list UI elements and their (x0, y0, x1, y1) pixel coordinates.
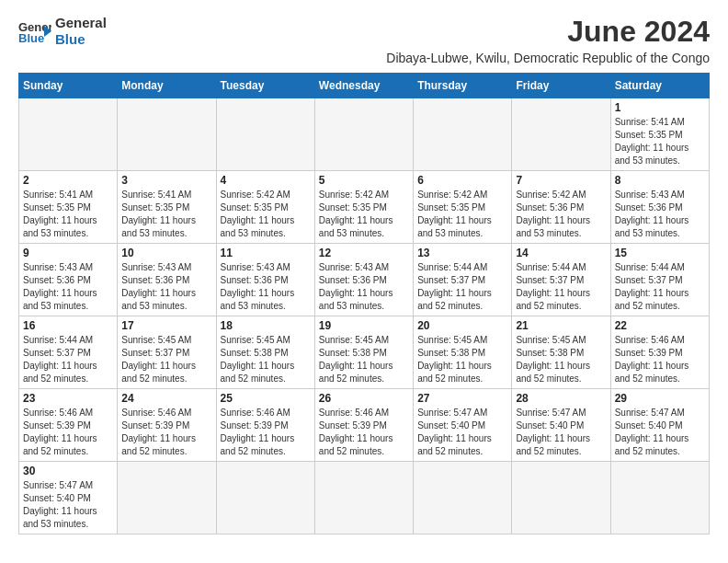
calendar-cell: 21Sunrise: 5:45 AM Sunset: 5:38 PM Dayli… (512, 316, 610, 389)
sun-info: Sunrise: 5:45 AM Sunset: 5:38 PM Dayligh… (417, 334, 507, 385)
day-number: 30 (23, 465, 113, 477)
calendar-cell (118, 462, 216, 534)
sun-info: Sunrise: 5:47 AM Sunset: 5:40 PM Dayligh… (516, 407, 606, 458)
calendar-cell: 20Sunrise: 5:45 AM Sunset: 5:38 PM Dayli… (414, 316, 512, 389)
logo-icon: General Blue (18, 18, 51, 44)
sun-info: Sunrise: 5:41 AM Sunset: 5:35 PM Dayligh… (615, 116, 705, 167)
sun-info: Sunrise: 5:43 AM Sunset: 5:36 PM Dayligh… (23, 261, 113, 313)
day-number: 5 (319, 174, 409, 187)
weekday-header-sunday: Sunday (19, 74, 118, 98)
calendar-cell: 30Sunrise: 5:47 AM Sunset: 5:40 PM Dayli… (19, 462, 118, 534)
calendar-week-row: 2Sunrise: 5:41 AM Sunset: 5:35 PM Daylig… (19, 171, 710, 244)
day-number: 2 (23, 174, 113, 187)
day-number: 19 (319, 319, 409, 332)
day-number: 8 (615, 174, 705, 187)
calendar-cell: 26Sunrise: 5:46 AM Sunset: 5:39 PM Dayli… (314, 389, 413, 462)
calendar-cell (414, 98, 512, 171)
day-number: 7 (516, 174, 606, 187)
weekday-header-saturday: Saturday (610, 74, 709, 98)
calendar-cell (216, 462, 314, 534)
calendar-week-row: 1Sunrise: 5:41 AM Sunset: 5:35 PM Daylig… (19, 98, 710, 171)
day-number: 27 (417, 392, 507, 405)
calendar: SundayMondayTuesdayWednesdayThursdayFrid… (18, 73, 710, 534)
sun-info: Sunrise: 5:46 AM Sunset: 5:39 PM Dayligh… (23, 407, 113, 458)
sun-info: Sunrise: 5:45 AM Sunset: 5:38 PM Dayligh… (516, 334, 606, 385)
day-number: 13 (417, 247, 507, 259)
calendar-cell: 2Sunrise: 5:41 AM Sunset: 5:35 PM Daylig… (19, 171, 118, 244)
sun-info: Sunrise: 5:46 AM Sunset: 5:39 PM Dayligh… (221, 407, 311, 458)
calendar-cell: 29Sunrise: 5:47 AM Sunset: 5:40 PM Dayli… (610, 389, 709, 462)
header: General Blue General Blue June 2024 Diba… (18, 15, 710, 65)
calendar-cell: 17Sunrise: 5:45 AM Sunset: 5:37 PM Dayli… (118, 316, 216, 389)
sun-info: Sunrise: 5:45 AM Sunset: 5:37 PM Dayligh… (121, 334, 211, 385)
sun-info: Sunrise: 5:42 AM Sunset: 5:36 PM Dayligh… (516, 189, 606, 240)
weekday-header-friday: Friday (512, 74, 610, 98)
calendar-cell (512, 98, 610, 171)
sun-info: Sunrise: 5:41 AM Sunset: 5:35 PM Dayligh… (121, 189, 211, 240)
calendar-week-row: 9Sunrise: 5:43 AM Sunset: 5:36 PM Daylig… (19, 244, 710, 316)
day-number: 16 (23, 319, 113, 332)
sun-info: Sunrise: 5:45 AM Sunset: 5:38 PM Dayligh… (221, 334, 311, 385)
day-number: 29 (615, 392, 705, 405)
day-number: 15 (615, 247, 705, 259)
day-number: 1 (615, 101, 705, 114)
calendar-cell: 19Sunrise: 5:45 AM Sunset: 5:38 PM Dayli… (314, 316, 413, 389)
calendar-cell: 16Sunrise: 5:44 AM Sunset: 5:37 PM Dayli… (19, 316, 118, 389)
calendar-cell: 25Sunrise: 5:46 AM Sunset: 5:39 PM Dayli… (216, 389, 314, 462)
sun-info: Sunrise: 5:46 AM Sunset: 5:39 PM Dayligh… (121, 407, 211, 458)
calendar-cell (610, 462, 709, 534)
calendar-cell: 6Sunrise: 5:42 AM Sunset: 5:35 PM Daylig… (414, 171, 512, 244)
calendar-cell (216, 98, 314, 171)
location: Dibaya-Lubwe, Kwilu, Democratic Republic… (386, 51, 710, 65)
calendar-cell: 14Sunrise: 5:44 AM Sunset: 5:37 PM Dayli… (512, 244, 610, 316)
calendar-cell: 18Sunrise: 5:45 AM Sunset: 5:38 PM Dayli… (216, 316, 314, 389)
day-number: 18 (221, 319, 311, 332)
calendar-cell: 9Sunrise: 5:43 AM Sunset: 5:36 PM Daylig… (19, 244, 118, 316)
title-block: June 2024 Dibaya-Lubwe, Kwilu, Democrati… (386, 15, 710, 65)
sun-info: Sunrise: 5:45 AM Sunset: 5:38 PM Dayligh… (319, 334, 409, 385)
calendar-cell: 10Sunrise: 5:43 AM Sunset: 5:36 PM Dayli… (118, 244, 216, 316)
calendar-cell: 12Sunrise: 5:43 AM Sunset: 5:36 PM Dayli… (314, 244, 413, 316)
sun-info: Sunrise: 5:44 AM Sunset: 5:37 PM Dayligh… (417, 261, 507, 313)
day-number: 21 (516, 319, 606, 332)
calendar-cell: 11Sunrise: 5:43 AM Sunset: 5:36 PM Dayli… (216, 244, 314, 316)
day-number: 26 (319, 392, 409, 405)
calendar-week-row: 30Sunrise: 5:47 AM Sunset: 5:40 PM Dayli… (19, 462, 710, 534)
sun-info: Sunrise: 5:42 AM Sunset: 5:35 PM Dayligh… (417, 189, 507, 240)
day-number: 24 (121, 392, 211, 405)
calendar-cell: 5Sunrise: 5:42 AM Sunset: 5:35 PM Daylig… (314, 171, 413, 244)
calendar-cell: 15Sunrise: 5:44 AM Sunset: 5:37 PM Dayli… (610, 244, 709, 316)
sun-info: Sunrise: 5:43 AM Sunset: 5:36 PM Dayligh… (319, 261, 409, 313)
sun-info: Sunrise: 5:43 AM Sunset: 5:36 PM Dayligh… (121, 261, 211, 313)
day-number: 25 (221, 392, 311, 405)
day-number: 12 (319, 247, 409, 259)
sun-info: Sunrise: 5:42 AM Sunset: 5:35 PM Dayligh… (221, 189, 311, 240)
day-number: 20 (417, 319, 507, 332)
sun-info: Sunrise: 5:46 AM Sunset: 5:39 PM Dayligh… (319, 407, 409, 458)
sun-info: Sunrise: 5:47 AM Sunset: 5:40 PM Dayligh… (615, 407, 705, 458)
day-number: 14 (516, 247, 606, 259)
day-number: 17 (121, 319, 211, 332)
day-number: 9 (23, 247, 113, 259)
day-number: 28 (516, 392, 606, 405)
calendar-cell: 1Sunrise: 5:41 AM Sunset: 5:35 PM Daylig… (610, 98, 709, 171)
calendar-week-row: 23Sunrise: 5:46 AM Sunset: 5:39 PM Dayli… (19, 389, 710, 462)
calendar-cell: 13Sunrise: 5:44 AM Sunset: 5:37 PM Dayli… (414, 244, 512, 316)
calendar-cell: 28Sunrise: 5:47 AM Sunset: 5:40 PM Dayli… (512, 389, 610, 462)
day-number: 3 (121, 174, 211, 187)
calendar-cell (19, 98, 118, 171)
calendar-cell (118, 98, 216, 171)
weekday-header-row: SundayMondayTuesdayWednesdayThursdayFrid… (19, 74, 710, 98)
calendar-week-row: 16Sunrise: 5:44 AM Sunset: 5:37 PM Dayli… (19, 316, 710, 389)
calendar-cell (314, 98, 413, 171)
calendar-cell (414, 462, 512, 534)
day-number: 11 (221, 247, 311, 259)
calendar-cell: 3Sunrise: 5:41 AM Sunset: 5:35 PM Daylig… (118, 171, 216, 244)
calendar-cell: 27Sunrise: 5:47 AM Sunset: 5:40 PM Dayli… (414, 389, 512, 462)
weekday-header-wednesday: Wednesday (314, 74, 413, 98)
weekday-header-tuesday: Tuesday (216, 74, 314, 98)
sun-info: Sunrise: 5:47 AM Sunset: 5:40 PM Dayligh… (23, 479, 113, 531)
sun-info: Sunrise: 5:47 AM Sunset: 5:40 PM Dayligh… (417, 407, 507, 458)
sun-info: Sunrise: 5:44 AM Sunset: 5:37 PM Dayligh… (615, 261, 705, 313)
calendar-cell: 22Sunrise: 5:46 AM Sunset: 5:39 PM Dayli… (610, 316, 709, 389)
